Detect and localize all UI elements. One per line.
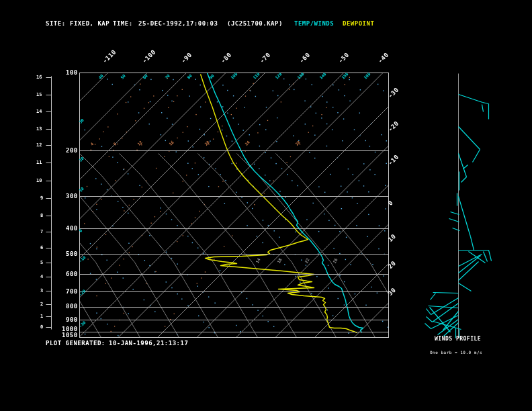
site-label: SITE: xyxy=(46,20,66,27)
height-km-tick-label: 3 xyxy=(40,288,43,293)
height-km-tick-label: 13 xyxy=(36,126,42,132)
pressure-tick-label: 900 xyxy=(66,316,78,323)
time-label: TIME: xyxy=(113,20,133,27)
pressure-tick-label: 600 xyxy=(66,271,78,277)
pressure-tick-label: 500 xyxy=(66,250,78,257)
winds-barb-caption: One barb = 10.0 m/s xyxy=(430,350,482,355)
pressure-tick-label: 200 xyxy=(66,147,78,154)
height-km-tick-label: 7 xyxy=(40,229,43,234)
height-km-tick-label: 16 xyxy=(36,75,42,80)
height-km-tick-label: 2 xyxy=(40,302,43,307)
height-km-tick-label: 5 xyxy=(40,260,43,265)
pressure-tick-label: 300 xyxy=(66,193,78,199)
height-km-tick-label: 12 xyxy=(36,142,42,148)
height-km-tick-label: 0 xyxy=(40,324,43,330)
dewpoint-legend: DEWPOINT xyxy=(343,20,374,27)
height-km-tick-label: 9 xyxy=(40,195,43,201)
winds-profile-title: WINDS PROFILE xyxy=(435,336,481,342)
height-km-tick-label: 10 xyxy=(36,178,42,183)
plot-generated-value: 10-JAN-1996,21:13:17 xyxy=(109,340,188,347)
height-km-tick-label: 14 xyxy=(36,109,42,114)
height-km-tick-label: 6 xyxy=(40,245,43,250)
height-km-tick-label: 15 xyxy=(36,92,42,97)
time-value: 25-DEC-1992,17:00:03 xyxy=(138,20,218,27)
height-km-tick-label: 1 xyxy=(40,314,43,319)
pressure-tick-label: 1050 xyxy=(62,332,78,338)
file-id: (JC251700.KAP) xyxy=(227,20,283,27)
pressure-tick-label: 800 xyxy=(66,303,78,310)
pressure-tick-label: 700 xyxy=(66,288,78,295)
height-km-tick-label: 4 xyxy=(40,274,43,279)
pressure-tick-label: 100 xyxy=(66,69,78,76)
plot-generated-label: PLOT GENERATED: xyxy=(46,340,105,347)
temp-winds-legend: TEMP/WINDS xyxy=(294,20,334,27)
site-value: FIXED, KAP xyxy=(70,20,109,27)
height-km-tick-label: 11 xyxy=(36,160,42,165)
height-km-tick-label: 8 xyxy=(40,213,43,218)
skewt-sounding-app: SITE: FIXED, KAP TIME: 25-DEC-1992,17:00… xyxy=(0,0,532,411)
pressure-tick-label: 400 xyxy=(66,225,78,232)
